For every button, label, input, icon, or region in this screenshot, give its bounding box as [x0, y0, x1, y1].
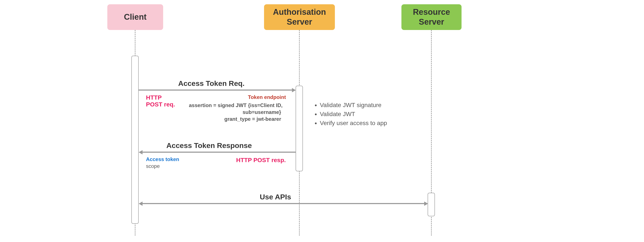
arrow-req-head [292, 88, 296, 92]
label-token-endpoint: Token endpoint [248, 94, 286, 100]
validate-item-3: Verify user access to app [320, 119, 406, 128]
participant-client-label: Client [124, 12, 146, 22]
label-http-post-req: HTTP POST req. [146, 94, 175, 108]
msg-use-apis: Use APIs [260, 193, 291, 201]
arrow-resp-head [139, 150, 142, 154]
arrow-req [139, 90, 293, 91]
participant-auth-server: Authorisation Server [264, 4, 335, 30]
validation-list: Validate JWT signature Validate JWT Veri… [314, 101, 406, 128]
activation-client [132, 56, 139, 224]
arrow-resp [142, 152, 296, 153]
label-assertion-1: assertion = signed JWT {iss=Client ID, [189, 102, 282, 108]
msg-access-token-req: Access Token Req. [178, 79, 244, 88]
participant-client: Client [107, 4, 163, 30]
activation-auth [296, 86, 303, 171]
participant-resource-server: Resource Server [402, 4, 462, 30]
participant-auth-label: Authorisation Server [273, 7, 326, 27]
label-access-token: Access token [146, 156, 179, 162]
label-scope: scope [146, 163, 160, 169]
validate-item-1: Validate JWT signature [320, 101, 406, 110]
label-http-post-resp: HTTP POST resp. [236, 157, 286, 164]
participant-resource-label: Resource Server [413, 7, 450, 27]
label-grant-type: grant_type = jwt-bearer [224, 116, 281, 122]
arrow-use-apis-head-right [424, 202, 428, 206]
validate-item-2: Validate JWT [320, 110, 406, 119]
msg-access-token-resp: Access Token Response [166, 141, 252, 150]
arrow-use-apis [142, 203, 425, 204]
label-assertion-2: sub=username} [242, 109, 281, 115]
activation-resource [428, 193, 435, 216]
arrow-use-apis-head-left [139, 202, 142, 206]
